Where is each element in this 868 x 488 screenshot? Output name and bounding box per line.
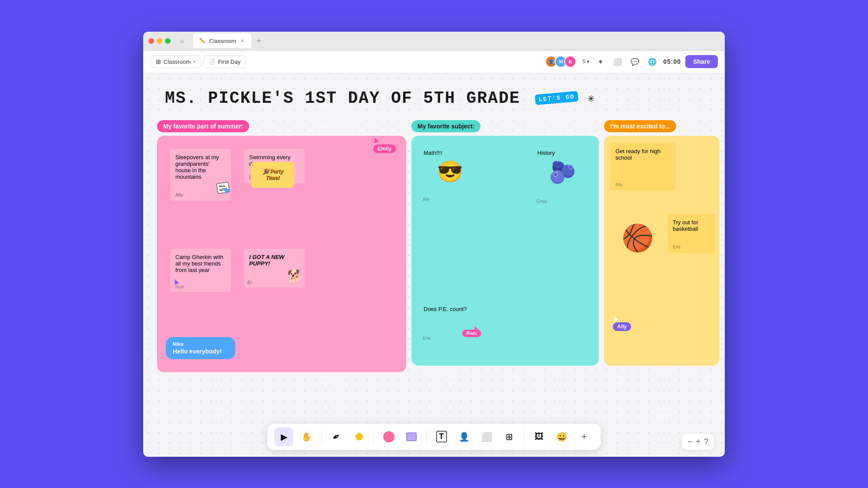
browser-window: ⌂ ✏️ Classroom ✕ + ⊞ Classroom ▾ 📄 First… [143,32,725,457]
zoom-controls: − + ? [682,434,714,450]
close-button[interactable] [148,38,154,44]
cursor-ally [612,315,618,321]
minimize-button[interactable] [157,38,162,44]
note-pe[interactable]: Does P.E. count? Erla Rishi [418,301,481,344]
ally-cursor-area: Ally [613,316,631,331]
emily-label-history: Emily [536,199,547,204]
circle-tool[interactable] [379,427,398,446]
section-excited-label: I'm most excited to... [604,120,676,132]
classroom-tab[interactable]: ✏️ Classroom ✕ [193,33,251,48]
erla-label-pe: Erla [423,336,431,341]
rishi-label: Rish [175,285,184,289]
section-excited: I'm most excited to... Get ready for hig… [604,120,720,365]
cursor-emily [372,137,379,143]
note-author: Ally [175,192,183,197]
toolbar-separator-2 [374,430,374,443]
ally-tag: Ally [613,322,631,331]
chat-icon[interactable]: 💬 [628,55,641,68]
world-icon[interactable]: 🌐 [646,55,659,68]
zoom-plus[interactable]: + [696,437,700,446]
note-sleepovers[interactable]: Sleepovers at my grandparents' house in … [170,149,231,201]
note-swimming[interactable]: Swimming every day!!! Emily 🎉 PartyTime! [244,149,305,183]
section-summer: My favorite part of summer: Sleepovers a… [157,120,406,372]
add-icon: + [582,431,587,442]
note-math[interactable]: Math!!!! 😎 Ally [418,144,481,205]
section-summer-label: My favorite part of summer: [157,120,249,132]
rishi-tag: Rishi [462,330,481,337]
rect-shape-icon [406,432,417,441]
section-subject-box: Erla Math!!!! 😎 Ally History 🫐 Emily Doe… [411,136,599,366]
breadcrumb-page-label: First Day [218,59,240,65]
frame-icon: ⬜ [481,432,492,442]
sticky-tool[interactable]: ⬟ [349,427,368,446]
emily-tag: Emily [373,144,396,153]
note-text: Sleepovers at my grandparents' house in … [175,154,219,180]
toolbar-separator-4 [524,430,524,443]
breadcrumb-root[interactable]: ⊞ Classroom ▾ [150,55,201,68]
media-tool[interactable]: 👤 [454,427,473,446]
chat-message: Hello everybody! [173,348,228,355]
select-tool[interactable]: ▶ [274,427,293,446]
erla-label-puppy: Er [247,280,252,285]
traffic-lights [148,38,171,44]
image-tool[interactable]: 🖼 [529,427,549,446]
tab-close-icon[interactable]: ✕ [240,37,245,45]
hand-tool[interactable]: ✋ [297,427,316,446]
chat-bubble-mika: Mika Hello everybody! [166,337,235,359]
tab-bar: ✏️ Classroom ✕ + [193,33,720,48]
image-icon: 🖼 [535,432,543,442]
select-icon: ▶ [281,432,287,442]
table-tool[interactable]: ⊞ [500,427,519,446]
emoji-tool[interactable]: 😀 [552,427,571,446]
maximize-button[interactable] [165,38,171,44]
note-text: Camp Gherkin with all my best friends fr… [175,254,224,273]
sparkle-sticker: ✳ [587,92,595,105]
section-subject: My favorite subject: Erla Math!!!! 😎 All… [411,120,599,365]
note-history[interactable]: History 🫐 Emily [532,144,593,207]
tab-label: Classroom [209,38,236,44]
layout-icon[interactable]: ⬜ [611,55,624,68]
titlebar: ⌂ ✏️ Classroom ✕ + [143,32,725,51]
table-icon: ⊞ [506,432,513,442]
note-text: History [537,150,555,156]
media-icon: 👤 [459,432,470,442]
avatar-stack: 👤 M E [545,56,576,68]
pen-tool[interactable]: ✒ [327,427,346,446]
history-emoji: 🫐 [537,160,588,185]
breadcrumb: ⊞ Classroom ▾ 📄 First Day [150,55,246,68]
toolbar-separator-1 [321,430,322,443]
add-tool[interactable]: + [575,427,594,446]
rect-tool[interactable] [402,427,421,446]
section-summer-box: Sleepovers at my grandparents' house in … [157,136,406,372]
share-button[interactable]: Share [685,55,718,68]
text-icon: T [436,431,447,442]
note-puppy[interactable]: I GOT A NEW PUPPY! 🐕 Er [244,249,305,288]
browser-toolbar: ⊞ Classroom ▾ 📄 First Day 👤 M E 5 ▾ ✦ ⬜ … [143,51,725,73]
ai-icon[interactable]: ✦ [594,55,607,68]
frame-tool[interactable]: ⬜ [477,427,496,446]
erla-label-bb: Erla [673,245,681,249]
bottom-toolbar: ▶ ✋ ✒ ⬟ T 👤 [267,424,601,450]
avatar-e: E [564,56,576,68]
canvas-area[interactable]: MS. PICKLE'S 1ST DAY OF 5TH GRADE LET'S … [143,73,725,457]
note-camp[interactable]: Camp Gherkin with all my best friends fr… [170,249,231,292]
note-text: Math!!!! [424,150,442,156]
section-subject-label: My favorite subject: [411,120,480,132]
breadcrumb-page[interactable]: 📄 First Day [203,56,246,68]
note-basketball[interactable]: Try out for basketball Erla [667,214,715,253]
emily-nametag-area: Emily [373,138,396,153]
home-icon[interactable]: ⌂ [176,35,188,47]
note-highschool[interactable]: Get ready for high school Ally [610,143,675,190]
note-text: Try out for basketball [673,219,698,232]
puppy-sticker: 🐕 [285,269,301,284]
zoom-minus[interactable]: − [688,437,693,446]
cursor-rishi [173,278,179,285]
breadcrumb-root-label: Classroom [164,59,191,65]
text-tool[interactable]: T [432,427,451,446]
timer-display: 05:00 [663,58,681,65]
zoom-help[interactable]: ? [704,437,708,446]
ally-label: Ally [423,197,430,202]
new-tab-button[interactable]: + [253,35,265,47]
chat-sender: Mika [173,341,228,347]
basketball-sticker: 🏀 [621,223,654,253]
